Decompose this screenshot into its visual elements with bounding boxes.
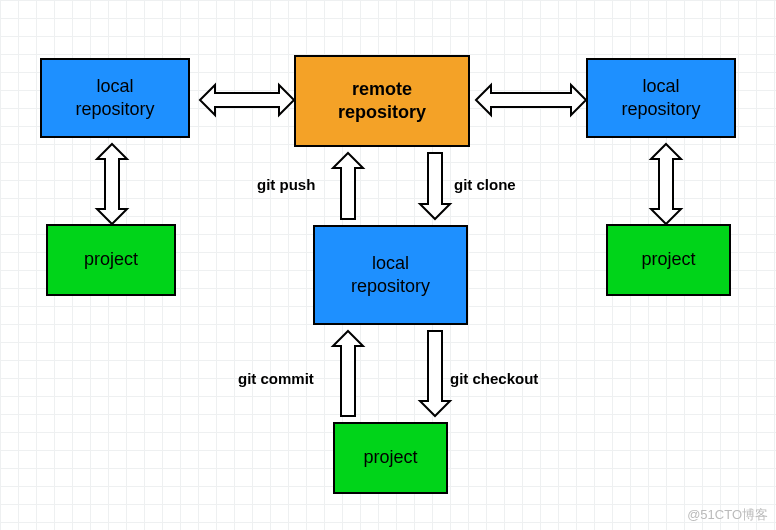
box-local-repo-mid: localrepository xyxy=(313,225,468,325)
box-label: localrepository xyxy=(75,75,154,122)
box-label: project xyxy=(84,248,138,271)
box-project-left: project xyxy=(46,224,176,296)
arrow-left-remote xyxy=(200,85,294,115)
arrow-git-commit xyxy=(333,331,363,416)
label-git-push: git push xyxy=(257,176,315,193)
box-label: project xyxy=(363,446,417,469)
label-git-clone: git clone xyxy=(454,176,516,193)
arrow-git-clone xyxy=(420,153,450,219)
arrow-git-checkout xyxy=(420,331,450,416)
diagram-stage: localrepository remoterepository localre… xyxy=(0,0,776,530)
box-project-right: project xyxy=(606,224,731,296)
label-git-checkout: git checkout xyxy=(450,370,538,387)
box-label: project xyxy=(641,248,695,271)
watermark: @51CTO博客 xyxy=(687,506,768,524)
box-label: localrepository xyxy=(351,252,430,299)
arrow-git-push xyxy=(333,153,363,219)
box-label: remoterepository xyxy=(338,78,426,125)
box-label: localrepository xyxy=(621,75,700,122)
box-local-repo-top-left: localrepository xyxy=(40,58,190,138)
arrow-right-remote xyxy=(476,85,586,115)
box-remote-repo: remoterepository xyxy=(294,55,470,147)
box-local-repo-top-right: localrepository xyxy=(586,58,736,138)
box-project-mid: project xyxy=(333,422,448,494)
label-git-commit: git commit xyxy=(238,370,314,387)
arrow-left-project xyxy=(97,144,127,224)
arrow-right-project xyxy=(651,144,681,224)
